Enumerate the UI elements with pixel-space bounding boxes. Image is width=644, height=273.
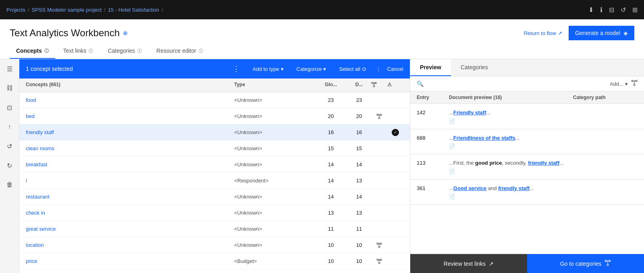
- concept-i[interactable]: i: [26, 178, 27, 184]
- undo-icon[interactable]: ↺: [621, 6, 626, 14]
- friendliness-link[interactable]: Friendliness of the staffs: [453, 135, 515, 141]
- tab-resource-editor[interactable]: Resource editor ⓘ: [150, 43, 210, 59]
- preview-row[interactable]: 688 ...Friendliness of the staffs... 📄: [410, 129, 644, 155]
- doc-and: and: [486, 185, 498, 191]
- svg-point-2: [373, 85, 375, 87]
- preview-search-bar: 🔍 Add... ▾: [410, 77, 644, 91]
- categorize-chevron: ▾: [323, 66, 326, 72]
- preview-doc-142: ...Friendly staff... 📄: [449, 109, 573, 124]
- table-row[interactable]: great service <Unknown> 11 11: [19, 221, 410, 237]
- selected-check-icon: ✓: [392, 129, 399, 136]
- table-row[interactable]: breakfast <Unknown> 14 14: [19, 157, 410, 173]
- toolbar-overflow-menu[interactable]: ⋮: [229, 64, 243, 73]
- preview-row[interactable]: 113 ...First, the good price, secondly, …: [410, 154, 644, 180]
- doc-great-service: 11: [347, 226, 371, 232]
- sidebar-redo-icon[interactable]: ↻: [3, 159, 16, 172]
- table-row[interactable]: i <Respondent> 14 13: [19, 173, 410, 189]
- concept-breakfast[interactable]: breakfast: [26, 161, 47, 168]
- breadcrumb-file[interactable]: 15 - Hotel Satisfaction: [108, 7, 159, 13]
- concept-location[interactable]: location: [26, 242, 44, 248]
- col-type: Type: [234, 82, 315, 89]
- sidebar: ☰ ⛓ ⊡ ↑ ↺ ↻ 🗑: [0, 59, 19, 273]
- type-friendly-staff: <Unknown>: [234, 129, 315, 135]
- concepts-table-body: food <Unknown> 23 23 bed <Unknown> 20 20: [19, 92, 410, 273]
- sidebar-link-icon[interactable]: ⛓: [3, 82, 16, 95]
- filter-icon[interactable]: ⊟: [609, 6, 614, 14]
- add-to-type-button[interactable]: Add to type ▾: [249, 64, 287, 74]
- title-text: Text Analytics Workbench: [10, 27, 120, 39]
- app-container: Text Analytics Workbench ⊕ Return to flo…: [0, 19, 644, 273]
- friendly-staff-link-2[interactable]: friendly staff: [528, 160, 559, 166]
- concept-check-in[interactable]: check in: [26, 210, 45, 216]
- breadcrumb-sep3: /: [162, 7, 163, 13]
- preview-row[interactable]: 142 ...Friendly staff... 📄: [410, 104, 644, 129]
- return-to-flow-link[interactable]: Return to flow ↗: [524, 30, 562, 36]
- title-info-icon[interactable]: ⊕: [123, 30, 128, 36]
- diamond-icon: ◈: [623, 30, 628, 36]
- doc-text-plain4: ...: [515, 135, 520, 141]
- categorize-button[interactable]: Categorize ▾: [293, 64, 330, 74]
- preview-panel: Preview Categories 🔍 Add... ▾: [410, 59, 644, 273]
- friendly-staff-link-3[interactable]: friendly staff: [498, 185, 530, 191]
- table-row[interactable]: room upgrade <Unknown> 10 10: [19, 269, 410, 273]
- concept-great-service[interactable]: great service: [26, 226, 56, 232]
- type-bed: <Unknown>: [234, 113, 315, 119]
- sidebar-undo-icon[interactable]: ↺: [3, 140, 16, 153]
- generate-model-button[interactable]: Generate a model ◈: [569, 26, 634, 40]
- preview-tab-preview[interactable]: Preview: [410, 59, 451, 76]
- sidebar-export-icon[interactable]: ↑: [3, 120, 16, 133]
- search-icon: 🔍: [417, 81, 424, 87]
- tab-categories[interactable]: Categories ⓘ: [101, 43, 148, 59]
- concept-bed[interactable]: bed: [26, 113, 35, 119]
- apps-icon[interactable]: ⊞: [632, 6, 638, 14]
- doc-first: ...First, the: [449, 160, 475, 166]
- sidebar-table-icon[interactable]: ☰: [3, 62, 16, 75]
- preview-search-input[interactable]: [427, 81, 607, 87]
- concept-clean-rooms[interactable]: clean rooms: [26, 145, 54, 151]
- go-to-categories-button[interactable]: Go to categories: [527, 254, 644, 273]
- table-row[interactable]: clean rooms <Unknown> 15 15: [19, 141, 410, 157]
- info-icon[interactable]: ℹ: [600, 6, 602, 14]
- tab-concepts[interactable]: Concepts ⓘ: [10, 43, 55, 59]
- concept-restaurant[interactable]: restaurant: [26, 194, 50, 200]
- main-body: ☰ ⛓ ⊡ ↑ ↺ ↻ 🗑 1 concept selected ⋮ Add t…: [0, 59, 644, 273]
- cancel-button[interactable]: Cancel: [387, 66, 403, 72]
- tab-resource-editor-label: Resource editor: [156, 48, 196, 54]
- review-text-links-button[interactable]: Review text links ↗: [410, 254, 527, 273]
- hierarchy-icon[interactable]: [631, 80, 638, 88]
- good-service-link[interactable]: Good service: [453, 185, 486, 191]
- concepts-table-header: Concepts (661) Type Glo... D... ⚠: [19, 79, 410, 92]
- sidebar-copy-icon[interactable]: ⊡: [3, 101, 16, 114]
- preview-tab-categories[interactable]: Categories: [451, 59, 498, 76]
- table-row[interactable]: food <Unknown> 23 23: [19, 92, 410, 108]
- tab-resource-editor-info-icon: ⓘ: [199, 48, 203, 54]
- table-row[interactable]: price <Budget> 10 10: [19, 253, 410, 269]
- friendly-staff-link[interactable]: Friendly staff: [453, 110, 486, 116]
- table-row[interactable]: friendly staff <Unknown> 16 16 ✓: [19, 124, 410, 141]
- table-row[interactable]: check in <Unknown> 13 13: [19, 205, 410, 221]
- tab-text-links[interactable]: Text links ⓘ: [57, 43, 100, 59]
- tab-text-links-label: Text links: [63, 48, 87, 54]
- preview-doc-361: ...Good service and friendly staff... 📄: [449, 184, 573, 200]
- global-friendly-staff: 16: [315, 129, 347, 135]
- download-icon[interactable]: ⬇: [588, 6, 594, 14]
- table-row[interactable]: location <Unknown> 10 10: [19, 237, 410, 253]
- svg-point-32: [634, 84, 635, 86]
- preview-entry-142: 142: [417, 109, 449, 116]
- concept-food[interactable]: food: [26, 97, 36, 103]
- global-check-in: 13: [315, 210, 347, 216]
- select-all-button[interactable]: Select all ⊙: [336, 64, 370, 74]
- global-price: 10: [315, 258, 347, 264]
- goto-label: Go to categories: [560, 261, 602, 267]
- breadcrumb-project[interactable]: SPSS Modeler sample project: [32, 7, 102, 13]
- preview-row[interactable]: 361 ...Good service and friendly staff..…: [410, 180, 644, 205]
- concept-friendly-staff[interactable]: friendly staff: [26, 129, 54, 135]
- table-row[interactable]: restaurant <Unknown> 14 14: [19, 189, 410, 205]
- add-dropdown-button[interactable]: Add... ▾: [610, 81, 628, 87]
- table-row[interactable]: bed <Unknown> 20 20: [19, 108, 410, 124]
- concept-price[interactable]: price: [26, 258, 37, 264]
- concept-toolbar: 1 concept selected ⋮ Add to type ▾ Categ…: [19, 59, 410, 79]
- breadcrumb-projects[interactable]: Projects: [6, 7, 25, 13]
- sidebar-delete-icon[interactable]: 🗑: [3, 178, 16, 191]
- add-label: Add...: [610, 81, 623, 87]
